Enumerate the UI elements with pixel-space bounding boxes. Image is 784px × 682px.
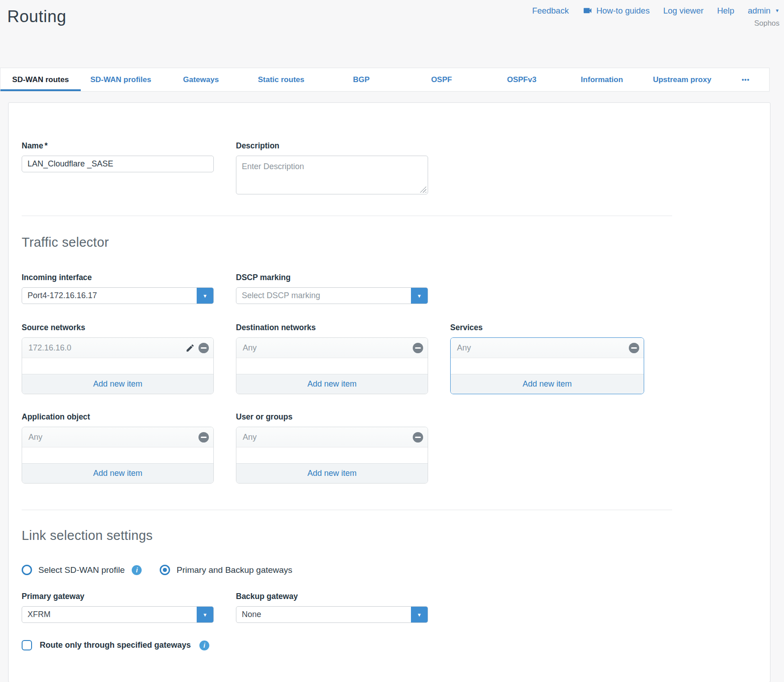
dscp-marking-label: DSCP marking (236, 273, 428, 282)
feedback-link-label: Feedback (532, 6, 569, 16)
route-only-checkbox[interactable] (22, 640, 32, 650)
chevron-down-icon: ▼ (775, 8, 779, 13)
list-item: 172.16.16.0 (22, 338, 213, 358)
list-item-value: 172.16.16.0 (28, 343, 71, 353)
tab-sdwan-profiles[interactable]: SD-WAN profiles (81, 68, 161, 91)
tab-upstream-proxy[interactable]: Upstream proxy (642, 68, 722, 91)
tab-sdwan-routes[interactable]: SD-WAN routes (0, 68, 81, 91)
source-networks-box: 172.16.16.0 Add new item (22, 337, 214, 394)
list-item-value: Any (28, 433, 42, 442)
divider (22, 216, 672, 216)
tab-bar: SD-WAN routes SD-WAN profiles Gateways S… (0, 68, 770, 92)
destination-networks-box: Any Add new item (236, 337, 428, 394)
log-viewer-label: Log viewer (663, 6, 703, 16)
tab-information[interactable]: Information (562, 68, 642, 91)
route-only-row: Route only through specified gateways i (22, 640, 770, 650)
remove-item-icon[interactable] (629, 343, 639, 353)
add-new-item-button[interactable]: Add new item (236, 463, 428, 483)
description-input[interactable] (236, 156, 428, 194)
name-label: Name* (22, 141, 214, 151)
description-label: Description (236, 141, 428, 151)
list-item: Any (236, 338, 428, 358)
radio-label: Select SD-WAN profile (38, 565, 125, 575)
primary-gateway-label: Primary gateway (22, 592, 214, 601)
header-right: Feedback How-to guides Log viewer Help a… (532, 5, 779, 28)
tab-gateways[interactable]: Gateways (161, 68, 241, 91)
backup-gateway-value: None (236, 610, 261, 619)
tab-more-button[interactable]: ••• (722, 68, 769, 91)
add-new-item-button[interactable]: Add new item (22, 463, 213, 483)
incoming-interface-label: Incoming interface (22, 273, 214, 282)
howto-guides-label: How-to guides (596, 6, 650, 16)
dscp-marking-select[interactable]: Select DSCP marking (236, 287, 428, 304)
chevron-down-icon[interactable] (411, 288, 428, 304)
brand-label: Sophos (532, 19, 779, 28)
remove-item-icon[interactable] (413, 432, 423, 442)
services-box: Any Add new item (450, 337, 644, 394)
log-viewer-link[interactable]: Log viewer (663, 6, 703, 16)
backup-gateway-select[interactable]: None (236, 606, 428, 623)
admin-menu[interactable]: admin ▼ (748, 6, 779, 16)
user-or-groups-label: User or groups (236, 412, 428, 422)
radio-label: Primary and Backup gateways (176, 565, 292, 575)
tab-static-routes[interactable]: Static routes (241, 68, 321, 91)
help-label: Help (717, 6, 734, 16)
tab-bgp[interactable]: BGP (321, 68, 401, 91)
route-only-label: Route only through specified gateways (40, 641, 191, 650)
services-label: Services (450, 323, 644, 332)
traffic-selector-heading: Traffic selector (22, 235, 770, 250)
page-header: Routing Feedback How-to guides Log viewe… (0, 0, 784, 68)
chevron-down-icon[interactable] (411, 607, 428, 622)
listbox-body (451, 358, 644, 374)
radio-select-sdwan-profile[interactable]: Select SD-WAN profile i (22, 565, 142, 575)
application-object-box: Any Add new item (22, 427, 214, 484)
remove-item-icon[interactable] (413, 343, 423, 353)
remove-item-icon[interactable] (198, 343, 209, 353)
radio-icon[interactable] (22, 565, 32, 575)
required-mark: * (45, 141, 48, 150)
primary-gateway-select[interactable]: XFRM (22, 606, 214, 623)
admin-menu-label: admin (748, 6, 770, 16)
list-item-value: Any (243, 343, 257, 353)
radio-checked-icon[interactable] (160, 565, 170, 575)
listbox-body (22, 447, 213, 463)
edit-icon[interactable] (185, 343, 195, 353)
info-icon[interactable]: i (132, 565, 142, 575)
dscp-marking-placeholder: Select DSCP marking (236, 291, 320, 300)
tab-ospfv3[interactable]: OSPFv3 (482, 68, 562, 91)
info-icon[interactable]: i (199, 641, 209, 650)
list-item: Any (451, 338, 644, 358)
incoming-interface-select[interactable]: Port4-172.16.16.17 (22, 287, 214, 304)
incoming-interface-value: Port4-172.16.16.17 (22, 291, 97, 300)
sdwan-route-form: Name* Description Traffic selector Incom… (8, 102, 770, 682)
application-object-label: Application object (22, 412, 214, 422)
link-selection-options: Select SD-WAN profile i Primary and Back… (22, 565, 770, 575)
add-new-item-button[interactable]: Add new item (236, 374, 428, 394)
listbox-body (236, 358, 428, 374)
list-item: Any (22, 427, 213, 447)
link-selection-heading: Link selection settings (22, 528, 770, 543)
listbox-body (22, 358, 213, 374)
chevron-down-icon[interactable] (197, 607, 213, 622)
howto-guides-link[interactable]: How-to guides (582, 5, 650, 16)
header-links: Feedback How-to guides Log viewer Help a… (532, 5, 779, 16)
radio-primary-backup-gateways[interactable]: Primary and Backup gateways (160, 565, 292, 575)
list-item-value: Any (243, 433, 257, 442)
backup-gateway-label: Backup gateway (236, 592, 428, 601)
listbox-body (236, 447, 428, 463)
video-camera-icon (582, 5, 593, 16)
list-item-value: Any (457, 343, 471, 353)
primary-gateway-value: XFRM (22, 610, 51, 619)
name-input[interactable] (22, 156, 214, 172)
add-new-item-button[interactable]: Add new item (22, 374, 213, 394)
source-networks-label: Source networks (22, 323, 214, 332)
feedback-link[interactable]: Feedback (532, 6, 569, 16)
help-link[interactable]: Help (717, 6, 734, 16)
divider (22, 510, 672, 510)
tab-ospf[interactable]: OSPF (401, 68, 482, 91)
chevron-down-icon[interactable] (197, 288, 213, 304)
destination-networks-label: Destination networks (236, 323, 428, 332)
add-new-item-button[interactable]: Add new item (451, 374, 644, 394)
remove-item-icon[interactable] (198, 432, 209, 442)
user-or-groups-box: Any Add new item (236, 427, 428, 484)
